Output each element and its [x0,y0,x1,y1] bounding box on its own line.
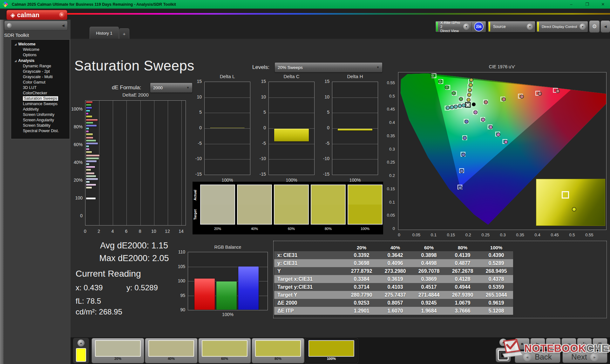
sidebar-title: SDR Toolkit [4,32,29,38]
sidebar-item-dynamic-range[interactable]: Dynamic Range [11,64,70,69]
sidebar-item-color-gamut[interactable]: Color Gamut [11,80,70,85]
add-tab-button[interactable]: + [119,28,129,39]
deltae-bar [86,145,89,148]
pattern-color-selector[interactable]: ▲ [73,338,89,363]
tab-history-1[interactable]: History 1 [90,27,119,39]
calman-window: Calman 2025 Calman Ultimate for Business… [0,0,610,364]
main-content: Saturation Sweeps Levels: 20% Sweeps ▼ d… [71,39,610,337]
table-row-e-itp[interactable]: ΔE ITP1.29011.60701.96843.76665.1208 [274,307,513,315]
sidebar-item-screen-angularity[interactable]: Screen Angularity [11,118,70,123]
dh-bar [337,128,373,131]
deltae-bar [86,122,93,124]
expander-icon[interactable]: ◢ [15,59,17,62]
back-button[interactable]: « Back [515,351,560,363]
sidebar-item-screen-uniformity[interactable]: Screen Uniformity [11,112,70,118]
table-row-x-cie31[interactable]: x: CIE310.33920.36420.38980.41390.4390 [274,251,513,259]
tab-history-label: History 1 [96,31,112,36]
formula-select[interactable]: 2000 ▼ [150,83,193,93]
gear-icon[interactable]: ⚙ [589,20,600,33]
deltae-bar [86,181,90,183]
pattern-tile-60[interactable]: 60% [198,338,251,363]
sidebar-item-luminance-sweeps[interactable]: Luminance Sweeps [11,101,70,107]
pause-button[interactable]: ⏸ [546,338,561,350]
sidebar-bullet-icon [7,23,12,28]
chevron-down-icon: ▼ [463,24,470,30]
sidebar-item-3d-lut[interactable]: 3D LUT [11,85,70,91]
deltae-y-axis: 100%80%60%40%20%1000 [71,100,84,226]
deltae-group-80 [86,119,98,136]
dl-bar [210,127,245,128]
source-select[interactable]: Source ▼ [488,21,535,32]
deltae-bar [86,115,92,118]
source-status-accent [489,22,490,31]
sidebar-item-options[interactable]: Options [11,52,70,58]
calman-menu-button[interactable]: ◈ calman ▼ [6,10,67,20]
sidebar-item-additivity[interactable]: Additivity [11,107,70,112]
collapse-panel-button[interactable]: ◀ [600,20,610,33]
refresh-button[interactable]: ↻ [577,338,592,350]
ddc-label: Direct Display Control [542,25,578,29]
deltae-bar [86,104,92,106]
expander-icon[interactable]: ◢ [15,43,17,46]
chevron-down-icon: ▼ [59,12,65,18]
maximize-button[interactable]: ❐ [581,0,593,9]
sidebar-item-welcome[interactable]: Welcome [11,47,70,52]
rgb-bar-red [194,278,215,310]
play-button[interactable]: ▶ [530,338,545,350]
tree-section-analysis[interactable]: ◢Analysis [11,58,70,64]
levels-select[interactable]: 20% Sweeps ▼ [274,62,383,72]
continuous-button[interactable]: ∞ [561,338,576,350]
stop-button[interactable]: ■ [515,338,530,350]
display-control-select[interactable]: Direct Display Control ▼ [536,21,588,32]
delta-c-chart [268,82,315,175]
table-row-e-2000[interactable]: ΔE 20000.92530.80570.92451.06790.9619 [274,299,513,307]
formula-label: dE Formula: [112,84,141,91]
cie-chart-title: CIE 1976 u'v' [398,64,606,69]
sidebar-edge-strip [0,20,3,364]
sidebar-item-saturation-sweeps[interactable]: Saturation Sweeps [11,96,70,101]
tree-section-welcome[interactable]: ◢Welcome [11,41,70,47]
table-row-target-y[interactable]: Target Y280.7790275.7437271.4844267.9390… [274,291,513,299]
next-button[interactable]: Next » [562,351,607,363]
grid-button[interactable]: ▦ [593,338,607,350]
window-title: Calman 2025 Calman Ultimate for Business… [12,2,176,7]
delta-h-y-axis: 151050-5-10-15 [320,82,331,175]
delta-l-chart [204,82,250,175]
deltae-bar [86,186,92,189]
pattern-color-swatch[interactable] [76,348,86,362]
sidebar-item-colorchecker[interactable]: ColorChecker [11,91,70,96]
close-button[interactable]: ✕ [597,0,609,9]
stop-measure-button[interactable] [496,347,511,362]
table-row-target-x-cie31[interactable]: Target x:CIE310.33840.36190.38690.41280.… [274,275,513,283]
table-header-row: 20%40%60%80%100% [274,244,513,251]
minimize-button[interactable]: – [565,0,578,9]
pattern-tile-40[interactable]: 40% [145,338,198,363]
deltae-bar [86,101,93,104]
swatch-100 [348,185,383,225]
deltae-group-20 [86,172,98,189]
delta-l-y-axis: 151050-5-10-15 [192,82,203,175]
sidebar-item-screen-stability[interactable]: Screen Stability [11,123,70,128]
pattern-tile-80[interactable]: 80% [252,338,304,363]
chevron-down-icon: ▼ [376,66,379,69]
table-row-target-y-cie31[interactable]: Target y:CIE310.37140.41030.45170.49440.… [274,283,513,291]
sidebar-item-spectral-power-dist[interactable]: Spectral Power Dist. [11,128,70,134]
flyout-up-icon[interactable]: ▲ [78,340,85,347]
collapse-left-icon[interactable]: ◀ [62,24,64,28]
inset-measured-dot [572,207,576,212]
sidebar-item-grayscale-2pt[interactable]: Grayscale - 2pt [11,69,70,74]
current-reading-title: Current Reading [76,269,141,279]
meter-select[interactable]: X-Rite i1Pro 2 Direct View ▼ 236 [435,21,486,32]
sidebar-item-grayscale-multi[interactable]: Grayscale - Multi [11,74,70,80]
pattern-tile-20[interactable]: 20% [92,338,144,363]
deltae-bar [86,112,89,115]
actual-row-label: Actual [193,185,198,205]
sidebar-header-bar[interactable]: ◀ [4,21,68,30]
rgb-balance-title: RGB Balance [188,245,268,250]
deltae-bar [86,125,97,127]
table-row-y-cie31[interactable]: y: CIE310.36980.40960.44980.48770.5289 [274,259,513,267]
pattern-tile-100[interactable]: 100% [305,338,358,363]
next-arrow-icon: » [590,353,599,361]
flyout-up-icon[interactable]: ▲ [499,339,507,346]
table-row-y[interactable]: Y277.8792273.2980269.7078267.2678268.949… [274,267,513,275]
